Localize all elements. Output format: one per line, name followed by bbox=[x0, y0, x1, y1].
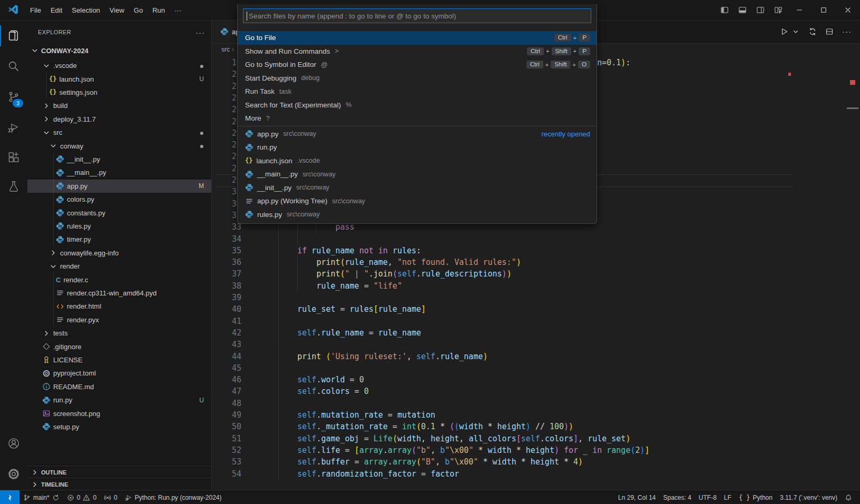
statusbar-indentation[interactable]: Spaces: 4 bbox=[659, 490, 695, 504]
tree-item-app-py[interactable]: app.pyM bbox=[27, 180, 211, 193]
window-close-button[interactable] bbox=[836, 0, 860, 20]
tree-item-tests[interactable]: tests bbox=[27, 327, 211, 340]
tree-item-settings-json[interactable]: {}settings.json bbox=[27, 86, 211, 99]
statusbar-eol[interactable]: LF bbox=[720, 490, 735, 504]
palette-command-go-to-symbol-in-editor[interactable]: Go to Symbol in Editor@Ctrl+Shift+O bbox=[238, 58, 597, 72]
statusbar-debug-config-item[interactable]: Python: Run.py (conway-2024) bbox=[121, 490, 226, 504]
code-line-42[interactable]: self.rule_name = rule_name bbox=[259, 327, 421, 339]
statusbar-cursor-position[interactable]: Ln 29, Col 14 bbox=[614, 490, 659, 504]
code-line-49[interactable]: self.mutation_rate = mutation bbox=[259, 409, 435, 421]
activitybar-search[interactable] bbox=[0, 54, 27, 79]
tree-item-src[interactable]: src● bbox=[27, 126, 211, 139]
activitybar-extensions[interactable] bbox=[0, 145, 27, 171]
tree-item--gitignore[interactable]: .gitignore bbox=[27, 340, 211, 353]
tree-item-render[interactable]: render bbox=[27, 260, 211, 273]
palette-command-show-and-run-commands[interactable]: Show and Run Commands>Ctrl+Shift+P bbox=[238, 45, 597, 58]
tree-item-readme-md[interactable]: README.md bbox=[27, 380, 211, 393]
activitybar-testing[interactable] bbox=[0, 174, 27, 199]
code-line-51[interactable]: self.game_obj = Life(width, height, all_… bbox=[259, 433, 630, 444]
palette-file-app-py--working-tree-[interactable]: app.py (Working Tree)src\conway bbox=[238, 194, 597, 208]
menu-[interactable]: ··· bbox=[170, 3, 186, 17]
sidebar-panel-timeline[interactable]: TIMELINE bbox=[27, 478, 211, 490]
tree-item-setup-py[interactable]: setup.py bbox=[27, 420, 211, 433]
statusbar-problems-item[interactable]: 00 bbox=[63, 490, 100, 504]
menu-view[interactable]: View bbox=[105, 3, 129, 17]
quick-open-input[interactable] bbox=[248, 12, 588, 21]
statusbar-branch-item[interactable]: main* bbox=[19, 490, 63, 504]
run-icon[interactable] bbox=[780, 27, 788, 36]
tree-item-pyproject-toml[interactable]: pyproject.toml bbox=[27, 367, 211, 380]
code-line-54[interactable]: self.randomization_factor = factor bbox=[259, 468, 459, 480]
tree-item-constants-py[interactable]: constants.py bbox=[27, 206, 211, 219]
menu-file[interactable]: File bbox=[25, 3, 46, 17]
quick-open-input-box[interactable] bbox=[243, 8, 591, 23]
palette-file---init---py[interactable]: __init__.pysrc\conway bbox=[238, 181, 597, 195]
code-line-44[interactable]: print ('Using ruleset:', self.rule_name) bbox=[259, 351, 488, 362]
code-line-52[interactable]: self.life = [array.array("b", b"\x00" * … bbox=[259, 444, 650, 456]
tree-item-screenshot-png[interactable]: screenshot.png bbox=[27, 407, 211, 420]
activitybar-run-and-debug[interactable] bbox=[0, 115, 27, 140]
palette-command-search-for-text--experimental-[interactable]: Search for Text (Experimental)% bbox=[238, 98, 597, 112]
breadcrumb-item-src[interactable]: src bbox=[221, 46, 230, 53]
statusbar-remote-indicator[interactable] bbox=[0, 490, 19, 504]
tree-item-render-pyx[interactable]: render.pyx bbox=[27, 313, 211, 327]
window-maximize-button[interactable] bbox=[812, 0, 836, 20]
statusbar-python-interpreter[interactable]: 3.11.7 ('.venv': venv) bbox=[776, 490, 841, 504]
code-line-47[interactable]: self.colors = 0 bbox=[259, 386, 369, 397]
code-line-38[interactable]: rule_name = "life" bbox=[259, 280, 402, 292]
code-line-37[interactable]: print(" | ".join(self.rule_descriptions)… bbox=[259, 268, 512, 280]
activitybar-settings[interactable] bbox=[0, 461, 27, 487]
menu-go[interactable]: Go bbox=[129, 3, 148, 17]
activitybar-account[interactable] bbox=[0, 431, 27, 456]
palette-file-colors-py[interactable]: colors.pysrc\conway bbox=[238, 221, 597, 224]
menu-selection[interactable]: Selection bbox=[67, 3, 104, 17]
palette-command-start-debugging[interactable]: Start Debuggingdebug bbox=[238, 72, 597, 85]
tree-item-rules-py[interactable]: rules.py bbox=[27, 220, 211, 233]
statusbar-ports-item[interactable]: 0 bbox=[100, 490, 121, 504]
palette-file-launch-json[interactable]: {}launch.json.vscode bbox=[238, 154, 597, 168]
tree-item--vscode[interactable]: .vscode● bbox=[27, 59, 211, 72]
palette-command-more[interactable]: More? bbox=[238, 112, 597, 125]
tree-item-deploy-3-11-7[interactable]: deploy_3.11.7 bbox=[27, 113, 211, 126]
palette-file-app-py[interactable]: app.pysrc\conwayrecently opened bbox=[238, 127, 597, 141]
toggle-secondary-sidebar-icon[interactable] bbox=[751, 0, 769, 20]
activitybar-explorer[interactable] bbox=[0, 23, 27, 48]
tree-item-timer-py[interactable]: timer.py bbox=[27, 233, 211, 246]
statusbar-encoding[interactable]: UTF-8 bbox=[695, 490, 720, 504]
code-line-46[interactable]: self.world = 0 bbox=[259, 374, 364, 386]
code-line-36[interactable]: print(rule_name, "not found. Valid rules… bbox=[259, 256, 521, 268]
tree-item-conwaylife-egg-info[interactable]: conwaylife.egg-info bbox=[27, 246, 211, 260]
tree-item-build[interactable]: build bbox=[27, 99, 211, 112]
statusbar-notifications[interactable] bbox=[841, 490, 856, 504]
palette-command-go-to-file[interactable]: Go to FileCtrl+P bbox=[238, 31, 597, 45]
menu-run[interactable]: Run bbox=[148, 3, 170, 17]
code-line-50[interactable]: self._mutation_rate = int(0.1 * ((width … bbox=[259, 421, 573, 432]
tree-item-render-html[interactable]: render.html bbox=[27, 300, 211, 313]
tree-item-license[interactable]: LICENSE bbox=[27, 353, 211, 367]
window-minimize-button[interactable] bbox=[787, 0, 812, 20]
palette-command-run-task[interactable]: Run Tasktask bbox=[238, 85, 597, 98]
palette-file---main---py[interactable]: __main__.pysrc\conway bbox=[238, 167, 597, 181]
explorer-more-actions-icon[interactable]: ··· bbox=[196, 28, 205, 37]
tree-item-conway[interactable]: conway● bbox=[27, 139, 211, 152]
palette-file-run-py[interactable]: run.py bbox=[238, 141, 597, 154]
toggle-primary-sidebar-icon[interactable] bbox=[716, 0, 734, 20]
minimap[interactable] bbox=[793, 20, 846, 490]
code-line-35[interactable]: if rule_name not in rules: bbox=[259, 245, 421, 256]
tree-item-colors-py[interactable]: colors.py bbox=[27, 193, 211, 206]
tree-item---main---py[interactable]: __main__.py bbox=[27, 166, 211, 179]
customize-layout-icon[interactable] bbox=[769, 0, 787, 20]
overview-ruler[interactable] bbox=[846, 20, 860, 490]
palette-file-rules-py[interactable]: rules.pysrc\conway bbox=[238, 208, 597, 222]
tree-item-run-py[interactable]: run.pyU bbox=[27, 393, 211, 407]
tree-item-render-c[interactable]: Crender.c bbox=[27, 273, 211, 286]
workspace-root-row[interactable]: CONWAY-2024 bbox=[27, 44, 211, 57]
code-line-53[interactable]: self.buffer = array.array("B", b"\x00" *… bbox=[259, 456, 583, 468]
statusbar-language-mode[interactable]: { }Python bbox=[735, 490, 776, 504]
activitybar-source-control[interactable]: 3 bbox=[0, 84, 27, 110]
code-line-40[interactable]: rule_set = rules[rule_name] bbox=[259, 303, 426, 315]
menu-edit[interactable]: Edit bbox=[46, 3, 67, 17]
sidebar-panel-outline[interactable]: OUTLINE bbox=[27, 466, 211, 478]
toggle-panel-icon[interactable] bbox=[734, 0, 751, 20]
tree-item-render-cp311-win-amd64-pyd[interactable]: render.cp311-win_amd64.pyd bbox=[27, 286, 211, 300]
